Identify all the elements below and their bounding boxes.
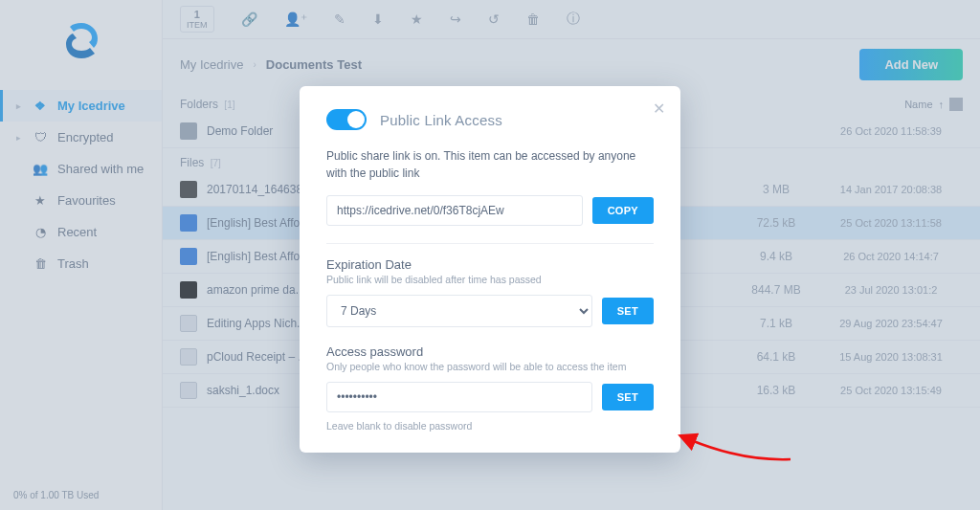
expiration-hint: Public link will be disabled after time … [326, 274, 654, 285]
password-blank-hint: Leave blank to disable password [326, 420, 654, 432]
modal-description: Public share link is on. This item can b… [326, 147, 654, 182]
expiration-select[interactable]: 7 Days [326, 295, 592, 327]
expiration-label: Expiration Date [326, 257, 654, 272]
public-link-input[interactable] [326, 195, 583, 226]
public-link-toggle[interactable] [326, 109, 367, 130]
password-input[interactable] [326, 382, 592, 412]
password-hint: Only people who know the password will b… [326, 361, 654, 372]
set-password-button[interactable]: SET [602, 384, 654, 410]
set-expiration-button[interactable]: SET [602, 298, 654, 324]
modal-overlay[interactable]: ✕ Public Link Access Public share link i… [0, 0, 980, 510]
copy-button[interactable]: COPY [592, 197, 654, 224]
close-icon[interactable]: ✕ [653, 100, 665, 118]
public-link-modal: ✕ Public Link Access Public share link i… [300, 86, 680, 453]
modal-title: Public Link Access [380, 112, 502, 128]
password-label: Access password [326, 344, 654, 359]
